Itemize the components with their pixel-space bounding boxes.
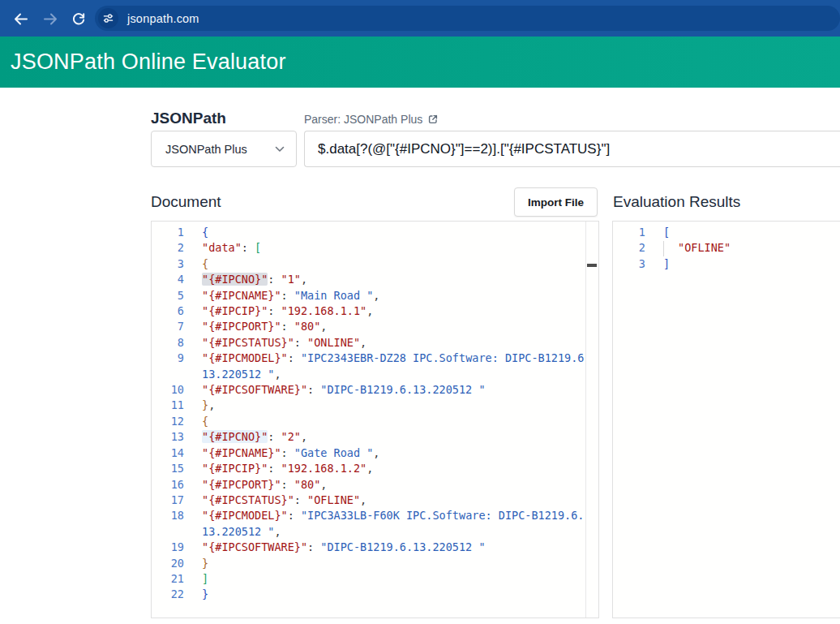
line-number: 3 (152, 256, 195, 272)
code-line[interactable]: 22} (152, 587, 586, 602)
code-line[interactable]: 7"{#IPCPORT}": "80", (152, 319, 586, 334)
line-number: 13 (152, 429, 195, 445)
results-code[interactable]: 1[2"OFLINE"3] (613, 222, 840, 618)
code-token: { (202, 257, 208, 270)
code-token: , (208, 398, 215, 411)
document-scrollbar[interactable] (585, 222, 598, 618)
code-line[interactable]: 1{ (152, 225, 586, 240)
code-line[interactable]: 12{ (152, 414, 586, 429)
code-token: { (202, 415, 208, 428)
page: { "browser": { "url": "jsonpath.com", "i… (0, 0, 840, 624)
code-token: "{#IPCSOFTWARE}" (202, 383, 307, 396)
code-line[interactable]: 8"{#IPCSTATUS}": "ONLINE", (152, 335, 586, 351)
code-token: "80" (294, 478, 321, 491)
code-token: "{#IPCNO}" (202, 273, 268, 286)
code-token: : (268, 430, 281, 443)
line-number: 2 (613, 240, 656, 256)
code-line[interactable]: 1[ (613, 225, 840, 240)
code-line[interactable]: 3{ (152, 256, 586, 272)
code-token: , (301, 430, 307, 443)
code-line[interactable]: 18"{#IPCMODEL}": "IPC3A33LB-F60K IPC.Sof… (152, 508, 586, 523)
page-header: JSONPath Online Evaluator (0, 37, 840, 88)
code-token: "{#IPCNO}" (202, 430, 268, 443)
code-token: : (307, 540, 320, 553)
code-line[interactable]: 6"{#IPCIP}": "192.168.1.1", (152, 303, 586, 319)
line-number: 16 (152, 477, 195, 493)
code-line[interactable]: 19"{#IPCSOFTWARE}": "DIPC-B1219.6.13.220… (152, 540, 586, 555)
code-line[interactable]: 2"data": [ (152, 240, 586, 256)
back-arrow-icon (13, 12, 28, 26)
site-settings-button[interactable] (98, 8, 118, 28)
code-token: "{#IPCMODEL}" (202, 351, 288, 364)
code-token: { (202, 226, 208, 239)
page-title: JSONPath Online Evaluator (0, 37, 840, 87)
code-token: "{#IPCMODEL}" (202, 509, 288, 522)
code-line[interactable]: 4"{#IPCNO}": "1", (152, 272, 586, 287)
code-line[interactable]: 2"OFLINE" (613, 240, 840, 256)
code-token: : (307, 383, 320, 396)
code-token: : (268, 462, 281, 475)
code-line[interactable]: 16"{#IPCPORT}": "80", (152, 477, 586, 493)
jsonpath-expression-input[interactable] (304, 131, 840, 167)
line-number: 2 (152, 240, 195, 256)
code-token: , (360, 493, 366, 506)
code-token: , (301, 273, 307, 286)
code-token: } (202, 557, 208, 570)
code-token: , (320, 320, 327, 333)
code-token: "{#IPCPORT}" (202, 478, 281, 491)
tune-sliders-icon (102, 12, 114, 24)
chevron-down-icon (275, 146, 285, 153)
code-line[interactable]: 21] (152, 571, 586, 587)
refresh-button[interactable] (66, 6, 91, 31)
code-line[interactable]: 5"{#IPCNAME}": "Main Road ", (152, 288, 586, 303)
code-token: "DIPC-B1219.6.13.220512 " (320, 383, 485, 396)
refresh-icon (71, 11, 86, 26)
code-line[interactable]: 11}, (152, 398, 586, 413)
code-token: "{#IPCSTATUS}" (202, 493, 294, 506)
code-line[interactable]: 20} (152, 556, 586, 571)
code-line[interactable]: 9"{#IPCMODEL}": "IPC2343EBR-DZ28 IPC.Sof… (152, 351, 586, 366)
code-token: : (288, 509, 301, 522)
code-line[interactable]: 14"{#IPCNAME}": "Gate Road ", (152, 445, 586, 461)
code-line[interactable]: 13.220512 ", (152, 524, 586, 540)
code-line[interactable]: 15"{#IPCIP}": "192.168.1.2", (152, 461, 586, 476)
code-token: [ (663, 226, 670, 239)
code-token: : (294, 336, 307, 349)
line-number: 20 (152, 556, 195, 571)
line-number: 10 (152, 382, 195, 398)
line-number: 1 (152, 225, 195, 240)
parser-link[interactable]: Parser: JSONPath Plus (304, 113, 439, 126)
code-token: "DIPC-B1219.6.13.220512 " (320, 540, 485, 553)
code-token: , (274, 525, 281, 538)
code-token: : (281, 320, 294, 333)
code-line[interactable]: 17"{#IPCSTATUS}": "OFLINE", (152, 493, 586, 508)
code-line[interactable]: 13.220512 ", (152, 367, 586, 382)
code-token: , (366, 304, 373, 317)
line-number: 11 (152, 398, 195, 413)
code-token: } (202, 587, 208, 600)
code-token: } (202, 398, 208, 411)
code-line[interactable]: 10"{#IPCSOFTWARE}": "DIPC-B1219.6.13.220… (152, 382, 586, 398)
scrollbar-thumb[interactable] (587, 264, 597, 267)
document-code[interactable]: 1{2"data": [3{4"{#IPCNO}": "1",5"{#IPCNA… (152, 222, 586, 618)
address-bar[interactable]: jsonpath.com (95, 6, 840, 31)
line-number (152, 367, 195, 382)
code-token: ] (663, 257, 670, 270)
import-file-button[interactable]: Import File (514, 187, 598, 217)
code-token: , (320, 478, 327, 491)
code-token: ] (202, 572, 208, 585)
code-token: , (274, 368, 281, 381)
code-line[interactable]: 3] (613, 256, 840, 272)
back-button[interactable] (8, 6, 32, 31)
parser-select[interactable]: JSONPath Plus (151, 131, 297, 167)
code-line[interactable]: 13"{#IPCNO}": "2", (152, 429, 586, 445)
line-number: 15 (152, 461, 195, 476)
results-viewer[interactable]: 1[2"OFLINE"3] (612, 221, 840, 618)
document-editor[interactable]: 1{2"data": [3{4"{#IPCNO}": "1",5"{#IPCNA… (151, 221, 599, 618)
line-number (152, 524, 195, 540)
line-number: 4 (152, 272, 195, 287)
code-token: : (281, 478, 294, 491)
forward-button[interactable] (38, 6, 62, 31)
code-token: "OFLINE" (307, 493, 360, 506)
code-token: : (242, 241, 255, 254)
